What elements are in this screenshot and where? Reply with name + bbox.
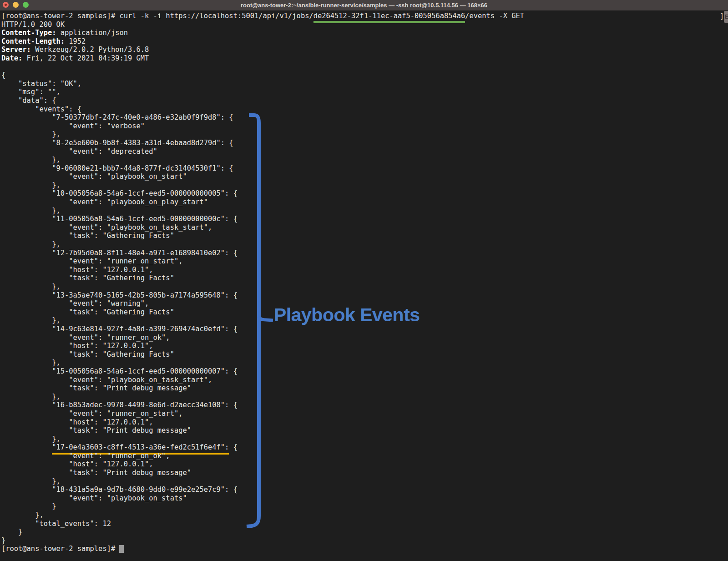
terminal-text-segment: application/json bbox=[56, 29, 128, 37]
terminal-text-segment: }, bbox=[1, 181, 61, 189]
terminal-text-segment: } bbox=[1, 536, 5, 545]
terminal-text-segment: }, bbox=[1, 130, 61, 138]
terminal-line: "event": "warning", bbox=[1, 299, 524, 308]
terminal-text-segment: Server: bbox=[1, 45, 31, 54]
window-controls bbox=[3, 2, 29, 8]
terminal-line: "10-005056a8-54a6-1ccf-eed5-000000000005… bbox=[1, 189, 524, 198]
terminal-text-segment: }, bbox=[1, 477, 61, 485]
terminal-text-segment: "task": "Gathering Facts" bbox=[1, 274, 174, 282]
terminal-line: "event": "playbook_on_stats" bbox=[1, 494, 524, 503]
terminal-text-segment: }, bbox=[1, 316, 61, 324]
annotation-label: Playbook Events bbox=[274, 304, 420, 326]
minimize-button[interactable] bbox=[13, 2, 19, 8]
terminal-screen[interactable]: [root@ans-tower-2 samples]# curl -k -i h… bbox=[0, 10, 728, 561]
terminal-text-segment: "event": "runner_on_ok", bbox=[1, 334, 170, 342]
terminal-line: }, bbox=[1, 477, 524, 486]
terminal-text-segment: }, bbox=[1, 359, 61, 367]
terminal-text-segment: { bbox=[229, 443, 238, 451]
terminal-line: }, bbox=[1, 393, 524, 401]
terminal-text-segment: /events -X GET bbox=[465, 12, 524, 20]
terminal-line: "event": "playbook_on_play_start" bbox=[1, 198, 524, 207]
terminal-body: [root@ans-tower-2 samples]# curl -k -i h… bbox=[1, 12, 524, 553]
terminal-text-segment: "host": "127.0.0.1", bbox=[1, 266, 153, 274]
terminal-line: }, bbox=[1, 240, 524, 249]
terminal-text-segment: "status": "OK", bbox=[1, 80, 81, 88]
terminal-text-segment: "13-3a5ae740-5165-42b5-805b-a7174a595648… bbox=[1, 291, 238, 299]
terminal-text-segment: "8-2e5e600b-9b8f-4383-a31d-4ebaad8d279d"… bbox=[1, 139, 233, 147]
terminal-line: "host": "127.0.0.1", bbox=[1, 342, 524, 350]
terminal-text-segment: "event": "playbook_on_start" bbox=[1, 172, 187, 181]
terminal-line: "event": "playbook_on_task_start", bbox=[1, 223, 524, 232]
terminal-line: "host": "127.0.0.1", bbox=[1, 460, 524, 469]
terminal-text-segment: "event": "runner_on_start", bbox=[1, 409, 182, 418]
terminal-text-segment: Fri, 22 Oct 2021 04:39:19 GMT bbox=[22, 54, 149, 62]
terminal-text-segment: "event": "deprecated" bbox=[1, 147, 157, 156]
terminal-line: "event": "runner_on_ok", bbox=[1, 452, 524, 460]
terminal-line: }, bbox=[1, 511, 524, 520]
terminal-line: "event": "playbook_on_task_start", bbox=[1, 376, 524, 384]
terminal-line: }, bbox=[1, 435, 524, 444]
terminal-text-segment: Werkzeug/2.0.2 Python/3.6.8 bbox=[31, 45, 149, 54]
terminal-text-segment: "event": "playbook_on_stats" bbox=[1, 494, 187, 502]
terminal-line: Content-Length: 1952 bbox=[1, 37, 524, 46]
terminal-text-segment: "event": "verbose" bbox=[1, 122, 145, 130]
terminal-text-segment: }, bbox=[1, 207, 61, 215]
terminal-line: "msg": "", bbox=[1, 88, 524, 96]
window-title: root@ans-tower-2:~/ansible-runner-servic… bbox=[241, 2, 487, 9]
terminal-line: "host": "127.0.0.1", bbox=[1, 266, 524, 274]
terminal-text-segment: "16-b853adec-9978-4499-8e6d-d2aecc34e108… bbox=[1, 401, 238, 409]
zoom-button[interactable] bbox=[23, 2, 29, 8]
terminal-text-segment: "14-9c63e814-927f-4a8d-a399-269474ac0efd… bbox=[1, 325, 238, 333]
terminal-text-segment: "host": "127.0.0.1", bbox=[1, 342, 153, 350]
terminal-line: "12-7b95d0a8-8f11-48e4-a971-e16898410e02… bbox=[1, 249, 524, 258]
terminal-line: }, bbox=[1, 359, 524, 367]
terminal-text-segment: "event": "playbook_on_task_start", bbox=[1, 376, 212, 384]
terminal-text-segment: }, bbox=[1, 240, 61, 248]
terminal-line: }, bbox=[1, 181, 524, 190]
terminal-text-segment: "total_events": 12 bbox=[1, 520, 111, 528]
terminal-line: "events": { bbox=[1, 105, 524, 114]
terminal-line: "host": "127.0.0.1", bbox=[1, 418, 524, 427]
terminal-line: "9-06080e21-bbb7-44a8-877f-dc31404530f1"… bbox=[1, 164, 524, 173]
terminal-text-segment: }, bbox=[1, 435, 61, 443]
terminal-line: [root@ans-tower-2 samples]# bbox=[1, 545, 524, 553]
terminal-line: "17-0e4a3603-c8ff-4513-a36e-fed2c51f6e4f… bbox=[1, 443, 524, 452]
close-button[interactable] bbox=[3, 2, 9, 8]
terminal-text-segment: "host": "127.0.0.1", bbox=[1, 418, 153, 426]
terminal-text-segment: "event": "playbook_on_task_start", bbox=[1, 223, 212, 232]
terminal-text-segment: [root@ans-tower-2 samples]# curl -k -i h… bbox=[1, 12, 313, 20]
background-window-edge: E bbox=[724, 11, 728, 23]
terminal-line: "task": "Gathering Facts" bbox=[1, 274, 524, 283]
terminal-text-segment: "task": "Print debug message" bbox=[1, 426, 191, 435]
window-titlebar: root@ans-tower-2:~/ansible-runner-servic… bbox=[0, 0, 728, 10]
terminal-text-segment: HTTP/1.0 200 OK bbox=[1, 20, 65, 29]
terminal-line: { bbox=[1, 71, 524, 80]
terminal-text-segment: "event": "playbook_on_play_start" bbox=[1, 198, 208, 206]
terminal-line: "task": "Print debug message" bbox=[1, 426, 524, 435]
terminal-text-segment: } bbox=[1, 528, 22, 536]
terminal-text-segment: de264512-32f1-11ec-aaf5-005056a854a6 bbox=[313, 12, 465, 23]
terminal-line: "11-005056a8-54a6-1ccf-eed5-00000000000c… bbox=[1, 215, 524, 223]
terminal-line: }, bbox=[1, 316, 524, 325]
terminal-text-segment: "9-06080e21-bbb7-44a8-877f-dc31404530f1"… bbox=[1, 164, 233, 172]
terminal-line: "event": "runner_on_start", bbox=[1, 409, 524, 418]
terminal-line: }, bbox=[1, 207, 524, 215]
terminal-line: "18-431a5a9a-9d7b-4680-9dd0-e99e2e25e7c9… bbox=[1, 485, 524, 494]
terminal-text-segment: }, bbox=[1, 393, 61, 401]
terminal-line: Server: Werkzeug/2.0.2 Python/3.6.8 bbox=[1, 45, 524, 54]
terminal-line: Date: Fri, 22 Oct 2021 04:39:19 GMT bbox=[1, 54, 524, 63]
terminal-line: "task": "Print debug message" bbox=[1, 469, 524, 477]
terminal-line: "total_events": 12 bbox=[1, 520, 524, 528]
terminal-text-segment: "data": { bbox=[1, 96, 56, 105]
terminal-text-segment bbox=[1, 443, 52, 451]
terminal-text-segment: "event": "warning", bbox=[1, 299, 149, 308]
terminal-line: }, bbox=[1, 156, 524, 164]
bracket-artifact: ] bbox=[720, 12, 724, 20]
terminal-line: } bbox=[1, 528, 524, 536]
terminal-line: "task": "Print debug message" bbox=[1, 384, 524, 393]
terminal-text-segment: "15-005056a8-54a6-1ccf-eed5-000000000007… bbox=[1, 367, 238, 375]
terminal-text-segment: "task": "Gathering Facts" bbox=[1, 232, 174, 240]
terminal-text-segment: "task": "Print debug message" bbox=[1, 384, 191, 392]
terminal-text-segment: "events": { bbox=[1, 105, 81, 113]
terminal-line: "8-2e5e600b-9b8f-4383-a31d-4ebaad8d279d"… bbox=[1, 139, 524, 147]
